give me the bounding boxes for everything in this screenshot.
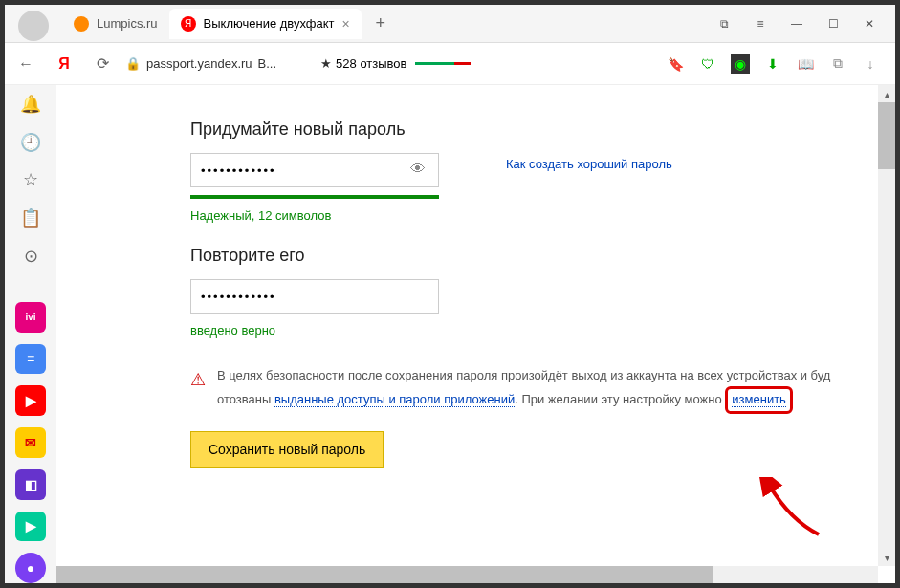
- collections-sidebar-icon[interactable]: 📋: [17, 205, 44, 231]
- passwords-match-label: введено верно: [190, 323, 895, 338]
- address-bar-row: ← Я ⟳ 🔒 passport.yandex.ru В... ★ 528 от…: [5, 43, 895, 85]
- app-alice[interactable]: ●: [15, 553, 46, 583]
- menu-icon[interactable]: ≡: [752, 17, 769, 31]
- app-docs[interactable]: ≡: [15, 344, 46, 375]
- download-manager-icon[interactable]: ⬇: [763, 54, 782, 74]
- user-avatar[interactable]: [18, 11, 49, 41]
- show-password-icon[interactable]: 👁: [410, 161, 426, 178]
- minimize-icon[interactable]: —: [788, 17, 805, 31]
- adblock-icon[interactable]: ◉: [731, 54, 750, 74]
- left-sidebar: 🔔 🕘 ☆ 📋 ⊙ ivi ≡ ▶ ✉ ◧ ▶ ●: [5, 85, 56, 583]
- new-password-input[interactable]: [190, 153, 439, 187]
- home-button[interactable]: Я: [49, 49, 79, 79]
- warning-line-1: В целях безопасности после сохранения па…: [217, 368, 830, 382]
- repeat-password-title: Повторите его: [190, 246, 895, 266]
- warning-line-2a: отозваны: [217, 392, 274, 406]
- security-warning: ⚠ В целях безопасности после сохранения …: [190, 366, 895, 414]
- new-password-title: Придумайте новый пароль: [190, 120, 895, 140]
- star-icon: ★: [320, 56, 332, 71]
- warning-text: В целях безопасности после сохранения па…: [217, 366, 830, 414]
- page-content: Придумайте новый пароль 👁 Как создать хо…: [56, 85, 895, 583]
- app-youtube[interactable]: ▶: [15, 385, 46, 416]
- scroll-thumb-h[interactable]: [56, 566, 713, 583]
- favicon-lumpics: [74, 16, 89, 32]
- reader-icon[interactable]: 📖: [796, 54, 815, 74]
- password-strength-label: Надежный, 12 символов: [190, 208, 895, 223]
- annotation-arrow: [752, 477, 838, 544]
- shield-icon[interactable]: 🛡: [698, 54, 717, 74]
- app-teal[interactable]: ▶: [15, 512, 46, 542]
- lock-icon: 🔒: [125, 56, 141, 71]
- save-password-button[interactable]: Сохранить новый пароль: [190, 431, 384, 468]
- maximize-icon[interactable]: ☐: [824, 17, 842, 31]
- repeat-password-input[interactable]: [190, 279, 439, 314]
- url-path: В...: [258, 56, 277, 71]
- reviews-text: 528 отзывов: [336, 56, 406, 71]
- issued-access-link[interactable]: выданные доступы и пароли приложений: [274, 392, 515, 407]
- new-tab-button[interactable]: +: [367, 11, 394, 37]
- bookmark-icon[interactable]: 🔖: [666, 54, 685, 74]
- change-setting-link[interactable]: изменить: [732, 392, 786, 407]
- reload-button[interactable]: ⟳: [87, 49, 118, 79]
- tab-label: Выключение двухфакт: [204, 16, 335, 31]
- reviews-bar: [415, 62, 471, 65]
- window-controls: ⧉ ≡ — ☐ ✕: [715, 17, 895, 31]
- favicon-yandex: Я: [181, 16, 196, 32]
- collections-icon[interactable]: ⧉: [715, 17, 733, 31]
- password-tips-link[interactable]: Как создать хороший пароль: [506, 157, 672, 171]
- warning-line-2b: . При желании эту настройку можно: [515, 392, 725, 406]
- horizontal-scrollbar[interactable]: [56, 566, 878, 583]
- url-host: passport.yandex.ru: [146, 56, 252, 71]
- reviews-widget[interactable]: ★ 528 отзывов: [320, 56, 406, 71]
- scroll-down-icon[interactable]: ▾: [878, 549, 895, 566]
- scroll-thumb-v[interactable]: [878, 102, 895, 169]
- tabs-bar: Lumpics.ru Я Выключение двухфакт × + ⧉ ≡…: [5, 5, 895, 43]
- tab-active[interactable]: Я Выключение двухфакт ×: [169, 9, 362, 39]
- tab-label: Lumpics.ru: [97, 16, 158, 31]
- close-window-icon[interactable]: ✕: [861, 17, 878, 31]
- tab-inactive[interactable]: Lumpics.ru: [62, 9, 169, 39]
- favorites-icon[interactable]: ☆: [17, 167, 44, 194]
- password-strength-bar: [190, 195, 439, 199]
- extensions-icon[interactable]: ⧉: [828, 54, 847, 74]
- app-ivi[interactable]: ivi: [15, 302, 46, 333]
- back-button[interactable]: ←: [11, 49, 41, 79]
- app-mail[interactable]: ✉: [15, 427, 46, 458]
- app-purple[interactable]: ◧: [15, 469, 46, 500]
- download-icon[interactable]: ↓: [861, 54, 880, 74]
- change-link-highlight: изменить: [725, 386, 793, 414]
- close-tab-icon[interactable]: ×: [342, 16, 350, 32]
- history-icon[interactable]: 🕘: [17, 129, 44, 156]
- notifications-icon[interactable]: 🔔: [17, 91, 44, 118]
- toolbar-icons: 🔖 🛡 ◉ ⬇ 📖 ⧉ ↓: [666, 54, 889, 74]
- warning-icon: ⚠: [190, 366, 206, 414]
- address-bar[interactable]: 🔒 passport.yandex.ru В...: [125, 56, 276, 71]
- media-icon[interactable]: ⊙: [17, 243, 44, 270]
- scroll-up-icon[interactable]: ▴: [878, 85, 895, 102]
- vertical-scrollbar[interactable]: ▴ ▾: [878, 85, 895, 566]
